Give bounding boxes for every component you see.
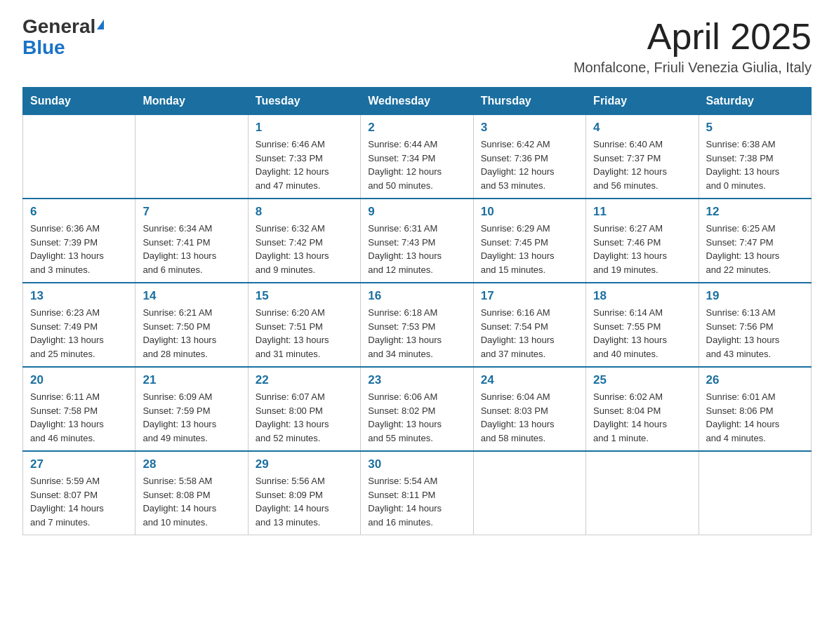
header-cell-thursday: Thursday xyxy=(473,88,585,115)
day-number: 3 xyxy=(481,121,578,135)
page-header: General Blue April 2025 Monfalcone, Friu… xyxy=(22,17,812,76)
location-title: Monfalcone, Friuli Venezia Giulia, Italy xyxy=(574,60,812,76)
week-row-5: 27Sunrise: 5:59 AMSunset: 8:07 PMDayligh… xyxy=(23,451,812,535)
day-cell xyxy=(699,451,811,535)
day-info: Sunrise: 6:42 AMSunset: 7:36 PMDaylight:… xyxy=(481,137,578,192)
day-info: Sunrise: 6:36 AMSunset: 7:39 PMDaylight:… xyxy=(30,222,128,276)
day-cell xyxy=(23,115,135,199)
day-cell: 20Sunrise: 6:11 AMSunset: 7:58 PMDayligh… xyxy=(23,367,135,451)
day-number: 4 xyxy=(593,121,691,135)
day-number: 14 xyxy=(143,289,240,303)
day-info: Sunrise: 6:09 AMSunset: 7:59 PMDaylight:… xyxy=(143,390,240,445)
day-info: Sunrise: 6:11 AMSunset: 7:58 PMDaylight:… xyxy=(30,390,128,445)
day-number: 25 xyxy=(593,373,691,387)
day-cell xyxy=(586,451,699,535)
day-cell: 11Sunrise: 6:27 AMSunset: 7:46 PMDayligh… xyxy=(586,199,699,283)
day-info: Sunrise: 6:01 AMSunset: 8:06 PMDaylight:… xyxy=(706,390,804,445)
day-cell: 13Sunrise: 6:23 AMSunset: 7:49 PMDayligh… xyxy=(23,283,135,367)
day-info: Sunrise: 6:32 AMSunset: 7:42 PMDaylight:… xyxy=(256,222,353,276)
day-info: Sunrise: 5:59 AMSunset: 8:07 PMDaylight:… xyxy=(30,474,128,529)
day-number: 5 xyxy=(706,121,804,135)
day-number: 17 xyxy=(481,289,578,303)
day-number: 24 xyxy=(481,373,578,387)
day-info: Sunrise: 6:38 AMSunset: 7:38 PMDaylight:… xyxy=(706,137,804,192)
week-row-3: 13Sunrise: 6:23 AMSunset: 7:49 PMDayligh… xyxy=(23,283,812,367)
header-cell-sunday: Sunday xyxy=(23,88,135,115)
day-cell: 22Sunrise: 6:07 AMSunset: 8:00 PMDayligh… xyxy=(248,367,360,451)
day-info: Sunrise: 6:06 AMSunset: 8:02 PMDaylight:… xyxy=(368,390,465,445)
day-number: 19 xyxy=(706,289,804,303)
week-row-4: 20Sunrise: 6:11 AMSunset: 7:58 PMDayligh… xyxy=(23,367,812,451)
logo-triangle-icon xyxy=(97,20,104,29)
day-number: 26 xyxy=(706,373,804,387)
calendar-header: SundayMondayTuesdayWednesdayThursdayFrid… xyxy=(23,88,812,115)
day-cell: 1Sunrise: 6:46 AMSunset: 7:33 PMDaylight… xyxy=(248,115,360,199)
day-info: Sunrise: 6:18 AMSunset: 7:53 PMDaylight:… xyxy=(368,306,465,361)
day-info: Sunrise: 5:54 AMSunset: 8:11 PMDaylight:… xyxy=(368,474,465,529)
day-number: 12 xyxy=(706,205,804,219)
day-number: 9 xyxy=(368,205,465,219)
day-info: Sunrise: 6:31 AMSunset: 7:43 PMDaylight:… xyxy=(368,222,465,276)
day-info: Sunrise: 6:46 AMSunset: 7:33 PMDaylight:… xyxy=(256,137,353,192)
day-cell: 24Sunrise: 6:04 AMSunset: 8:03 PMDayligh… xyxy=(473,367,585,451)
day-cell: 10Sunrise: 6:29 AMSunset: 7:45 PMDayligh… xyxy=(473,199,585,283)
day-cell: 27Sunrise: 5:59 AMSunset: 8:07 PMDayligh… xyxy=(23,451,135,535)
day-cell: 25Sunrise: 6:02 AMSunset: 8:04 PMDayligh… xyxy=(586,367,699,451)
day-info: Sunrise: 6:27 AMSunset: 7:46 PMDaylight:… xyxy=(593,222,691,276)
logo: General Blue xyxy=(22,17,104,58)
day-cell: 30Sunrise: 5:54 AMSunset: 8:11 PMDayligh… xyxy=(361,451,473,535)
day-number: 29 xyxy=(256,457,353,471)
day-info: Sunrise: 6:44 AMSunset: 7:34 PMDaylight:… xyxy=(368,137,465,192)
day-cell: 21Sunrise: 6:09 AMSunset: 7:59 PMDayligh… xyxy=(135,367,248,451)
logo-blue-text: Blue xyxy=(22,38,65,58)
day-cell xyxy=(135,115,248,199)
header-cell-monday: Monday xyxy=(135,88,248,115)
day-cell: 12Sunrise: 6:25 AMSunset: 7:47 PMDayligh… xyxy=(699,199,811,283)
header-row: SundayMondayTuesdayWednesdayThursdayFrid… xyxy=(23,88,812,115)
day-cell: 2Sunrise: 6:44 AMSunset: 7:34 PMDaylight… xyxy=(361,115,473,199)
day-number: 23 xyxy=(368,373,465,387)
week-row-2: 6Sunrise: 6:36 AMSunset: 7:39 PMDaylight… xyxy=(23,199,812,283)
day-number: 7 xyxy=(143,205,240,219)
day-number: 16 xyxy=(368,289,465,303)
header-cell-wednesday: Wednesday xyxy=(361,88,473,115)
day-cell: 14Sunrise: 6:21 AMSunset: 7:50 PMDayligh… xyxy=(135,283,248,367)
day-cell: 8Sunrise: 6:32 AMSunset: 7:42 PMDaylight… xyxy=(248,199,360,283)
day-cell: 26Sunrise: 6:01 AMSunset: 8:06 PMDayligh… xyxy=(699,367,811,451)
day-info: Sunrise: 6:13 AMSunset: 7:56 PMDaylight:… xyxy=(706,306,804,361)
day-cell: 18Sunrise: 6:14 AMSunset: 7:55 PMDayligh… xyxy=(586,283,699,367)
header-cell-tuesday: Tuesday xyxy=(248,88,360,115)
day-info: Sunrise: 6:20 AMSunset: 7:51 PMDaylight:… xyxy=(256,306,353,361)
day-number: 15 xyxy=(256,289,353,303)
day-cell: 5Sunrise: 6:38 AMSunset: 7:38 PMDaylight… xyxy=(699,115,811,199)
day-cell: 29Sunrise: 5:56 AMSunset: 8:09 PMDayligh… xyxy=(248,451,360,535)
day-number: 22 xyxy=(256,373,353,387)
day-cell: 17Sunrise: 6:16 AMSunset: 7:54 PMDayligh… xyxy=(473,283,585,367)
day-info: Sunrise: 6:23 AMSunset: 7:49 PMDaylight:… xyxy=(30,306,128,361)
day-cell: 4Sunrise: 6:40 AMSunset: 7:37 PMDaylight… xyxy=(586,115,699,199)
day-cell: 23Sunrise: 6:06 AMSunset: 8:02 PMDayligh… xyxy=(361,367,473,451)
day-cell: 7Sunrise: 6:34 AMSunset: 7:41 PMDaylight… xyxy=(135,199,248,283)
day-number: 21 xyxy=(143,373,240,387)
day-cell: 9Sunrise: 6:31 AMSunset: 7:43 PMDaylight… xyxy=(361,199,473,283)
day-cell: 6Sunrise: 6:36 AMSunset: 7:39 PMDaylight… xyxy=(23,199,135,283)
day-cell: 19Sunrise: 6:13 AMSunset: 7:56 PMDayligh… xyxy=(699,283,811,367)
month-title: April 2025 xyxy=(574,17,812,57)
day-info: Sunrise: 6:29 AMSunset: 7:45 PMDaylight:… xyxy=(481,222,578,276)
day-info: Sunrise: 6:34 AMSunset: 7:41 PMDaylight:… xyxy=(143,222,240,276)
day-info: Sunrise: 5:58 AMSunset: 8:08 PMDaylight:… xyxy=(143,474,240,529)
day-number: 30 xyxy=(368,457,465,471)
title-block: April 2025 Monfalcone, Friuli Venezia Gi… xyxy=(574,17,812,76)
day-info: Sunrise: 6:16 AMSunset: 7:54 PMDaylight:… xyxy=(481,306,578,361)
day-cell xyxy=(473,451,585,535)
day-info: Sunrise: 5:56 AMSunset: 8:09 PMDaylight:… xyxy=(256,474,353,529)
day-number: 2 xyxy=(368,121,465,135)
day-number: 28 xyxy=(143,457,240,471)
day-info: Sunrise: 6:21 AMSunset: 7:50 PMDaylight:… xyxy=(143,306,240,361)
header-cell-friday: Friday xyxy=(586,88,699,115)
day-number: 27 xyxy=(30,457,128,471)
calendar-body: 1Sunrise: 6:46 AMSunset: 7:33 PMDaylight… xyxy=(23,115,812,535)
day-number: 1 xyxy=(256,121,353,135)
day-info: Sunrise: 6:02 AMSunset: 8:04 PMDaylight:… xyxy=(593,390,691,445)
day-info: Sunrise: 6:40 AMSunset: 7:37 PMDaylight:… xyxy=(593,137,691,192)
